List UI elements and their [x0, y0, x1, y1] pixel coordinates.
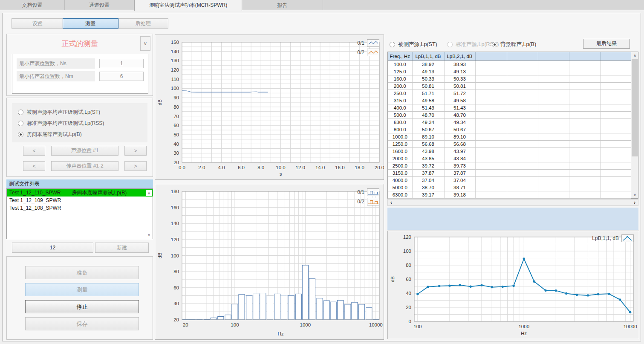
table-row[interactable]: 125.049.1349.13: [388, 68, 631, 75]
svg-text:150: 150: [171, 40, 179, 45]
table-row[interactable]: 800.050.6750.67: [388, 126, 631, 133]
column-header[interactable]: [569, 52, 600, 61]
table-cell: 1000.0: [388, 133, 412, 140]
table-cell: 49.34: [444, 119, 475, 126]
table-row[interactable]: 200.050.8150.81: [388, 82, 631, 90]
prepare-button[interactable]: 准备: [25, 266, 139, 279]
table-horizontal-scrollbar[interactable]: ‹ ›: [387, 199, 638, 206]
table-cell: 49.34: [412, 119, 444, 126]
scroll-up-icon[interactable]: ∧: [146, 190, 152, 196]
svg-text:6.0: 6.0: [238, 165, 245, 170]
frequency-table[interactable]: Freq., HzLpB,1,1, dBLpB,2,1, dB 100.038.…: [388, 52, 631, 199]
table-row[interactable]: 1000.089.1089.10: [388, 133, 631, 140]
column-header[interactable]: [507, 52, 538, 61]
table-cell: 37.87: [444, 169, 475, 176]
table-row[interactable]: 630.049.3449.34: [388, 119, 631, 126]
table-cell: 39.72: [412, 162, 444, 169]
radio-lp-st[interactable]: 被测声源平均声压级测试,Lp(ST): [18, 108, 100, 116]
table-row[interactable]: 2000.043.8543.84: [388, 155, 631, 162]
table-row[interactable]: 2500.039.7239.73: [388, 162, 631, 169]
bars-legend-icon[interactable]: [367, 198, 379, 205]
table-row[interactable]: 4000.037.0437.04: [388, 176, 631, 184]
source-position-button[interactable]: 声源位置 #1: [51, 146, 118, 156]
column-header[interactable]: [475, 52, 507, 61]
column-header[interactable]: LpB,2,1, dB: [444, 52, 475, 61]
nm-input[interactable]: 6: [99, 72, 144, 81]
table-cell: [538, 90, 569, 97]
table-row[interactable]: 1250.056.6856.68: [388, 140, 631, 147]
scroll-down-icon[interactable]: ∨: [146, 231, 152, 238]
list-item[interactable]: Test 1_12_110_SPWR房间本底噪声测试,Lp(B): [7, 189, 153, 197]
final-result-button[interactable]: 最后结果: [583, 39, 630, 49]
measure-button[interactable]: 测量: [25, 283, 139, 296]
count-button[interactable]: 12: [12, 243, 93, 253]
table-row[interactable]: 3150.037.8737.87: [388, 169, 631, 176]
tab-document-settings[interactable]: 文档设置: [0, 0, 65, 10]
line-legend-icon[interactable]: [367, 49, 379, 56]
svg-text:60: 60: [406, 277, 411, 282]
table-cell: [600, 176, 631, 184]
save-button[interactable]: 保存: [25, 317, 139, 330]
scroll-down-icon[interactable]: ∨: [631, 191, 638, 198]
column-header[interactable]: [600, 52, 631, 61]
svg-text:Hz: Hz: [277, 331, 283, 336]
column-header[interactable]: [538, 52, 569, 61]
column-header[interactable]: LpB,1,1, dB: [412, 52, 444, 61]
table-row[interactable]: 1600.043.9843.97: [388, 147, 631, 155]
tab-report[interactable]: 报告: [242, 0, 323, 10]
test-file-list[interactable]: Test 1_12_110_SPWR房间本底噪声测试,Lp(B)Test 1_1…: [6, 188, 153, 239]
mic-position-button[interactable]: 传声器位置 #1-2: [51, 161, 118, 171]
scrollbar-thumb[interactable]: [632, 59, 638, 156]
table-row[interactable]: 100.038.9238.93: [388, 61, 631, 68]
table-row[interactable]: 400.051.4351.43: [388, 104, 631, 111]
subtab-postprocess[interactable]: 后处理: [118, 18, 168, 29]
bars-legend-icon[interactable]: [367, 188, 379, 196]
source-prev-button[interactable]: <: [23, 146, 45, 156]
table-cell: 6300.0: [388, 191, 412, 198]
scroll-left-icon[interactable]: ‹: [388, 199, 395, 205]
result-radio-lp-rss[interactable]: 标准声源,Lp(RSS): [447, 40, 499, 48]
list-item[interactable]: Test 1_12_108_SPWR: [7, 204, 153, 212]
table-row[interactable]: 250.051.7151.72: [388, 90, 631, 97]
table-row[interactable]: 315.049.5849.58: [388, 97, 631, 104]
subtab-setup[interactable]: 设置: [12, 18, 63, 29]
svg-text:80: 80: [173, 269, 179, 274]
stop-button[interactable]: 停止: [25, 300, 139, 313]
result-radio-lp-b[interactable]: 背景噪声,Lp(B): [492, 40, 536, 48]
peak-legend-icon[interactable]: [621, 234, 634, 242]
frequency-table-wrap: Freq., HzLpB,1,1, dBLpB,2,1, dB 100.038.…: [387, 52, 638, 199]
chevron-down-icon[interactable]: ∨: [140, 36, 150, 51]
mic-prev-button[interactable]: <: [23, 161, 45, 171]
table-cell: [475, 75, 507, 82]
column-header[interactable]: Freq., Hz: [388, 52, 412, 61]
radio-lp-b[interactable]: 房间本底噪声测试,Lp(B): [18, 130, 82, 138]
table-vertical-scrollbar[interactable]: ∧ ∨: [631, 52, 638, 198]
main-panel: 设置 测量 后处理 正式的测量 ∨ 最小声源位置数，Ns 1 最小传声器位置数，…: [2, 13, 641, 341]
table-cell: 51.71: [412, 90, 444, 97]
result-radio-lp-b-label: 背景噪声,Lp(B): [500, 41, 536, 48]
scroll-up-icon[interactable]: ∧: [631, 52, 638, 59]
table-cell: [507, 82, 538, 90]
svg-text:10.0: 10.0: [276, 165, 285, 170]
radio-lp-rss[interactable]: 标准声源平均声压级测试,Lp(RSS): [18, 119, 104, 127]
result-radio-lp-st[interactable]: 被测声源,Lp(ST): [390, 40, 437, 48]
tab-mcr-spwr[interactable]: 混响室法测试声功率(MCR-SPWR): [134, 0, 242, 11]
tab-channel-settings[interactable]: 通道设置: [65, 0, 134, 10]
mode-combobox-value[interactable]: 正式的测量: [7, 34, 153, 53]
svg-text:100: 100: [171, 86, 179, 91]
source-next-button[interactable]: >: [124, 146, 147, 156]
table-cell: [600, 119, 631, 126]
new-button[interactable]: 新建: [95, 243, 149, 253]
radio-lp-rss-label: 标准声源平均声压级测试,Lp(RSS): [27, 120, 104, 127]
subtab-measure[interactable]: 测量: [63, 18, 118, 29]
list-item[interactable]: Test 1_12_109_SPWR: [7, 197, 153, 204]
table-row[interactable]: 5000.038.7038.71: [388, 184, 631, 191]
table-row[interactable]: 160.050.3350.33: [388, 75, 631, 82]
line-legend-icon[interactable]: [367, 39, 379, 47]
table-row[interactable]: 6300.039.1739.18: [388, 191, 631, 198]
mic-next-button[interactable]: >: [124, 161, 147, 171]
ns-input[interactable]: 1: [99, 59, 144, 68]
scroll-right-icon[interactable]: ›: [631, 199, 638, 205]
table-row[interactable]: 500.048.7048.70: [388, 111, 631, 119]
table-cell: [600, 133, 631, 140]
